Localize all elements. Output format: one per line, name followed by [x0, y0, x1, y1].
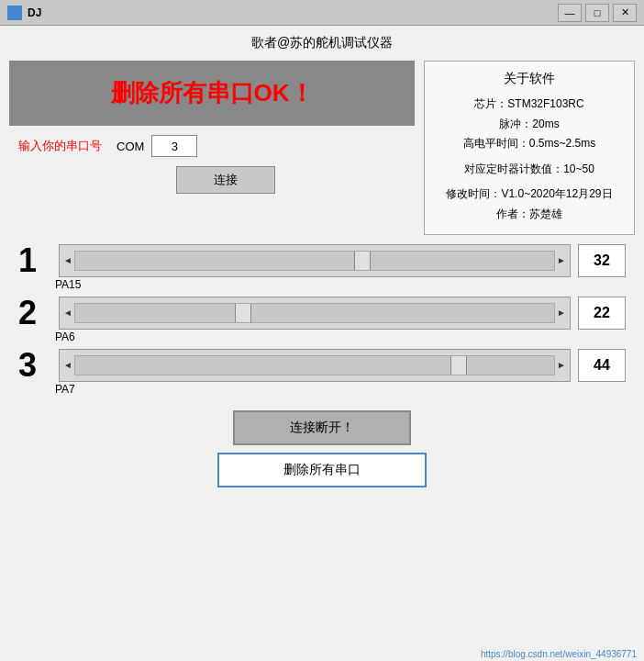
- maximize-button[interactable]: □: [585, 4, 609, 22]
- channel-3-wrapper: 3 ◄ ► 44 PA7: [18, 349, 626, 396]
- channel-3-value: 44: [594, 357, 610, 374]
- channel-1-right-arrow[interactable]: ►: [555, 255, 568, 265]
- about-title: 关于软件: [434, 71, 625, 87]
- channel-2-left-arrow[interactable]: ◄: [61, 308, 74, 318]
- com-text: COM: [117, 140, 144, 153]
- delete-all-button[interactable]: 删除所有串口: [217, 453, 427, 487]
- channel-1-label: 1: [18, 244, 55, 277]
- channel-2-value: 22: [594, 305, 610, 321]
- channel-2-fill: [74, 303, 555, 323]
- about-high-level: 高电平时间：0.5ms~2.5ms: [434, 134, 625, 154]
- delete-notice-box: 删除所有串口OK！: [9, 61, 415, 126]
- top-section: 删除所有串口OK！ 输入你的串口号 COM 3 连接 关于软件 芯片：STM32…: [9, 61, 635, 235]
- channel-2-row: 2 ◄ ► 22: [18, 297, 626, 330]
- channel-1-value-box: 32: [578, 244, 626, 277]
- channel-3-pin: PA7: [55, 383, 75, 396]
- app-name: DJ: [28, 6, 41, 19]
- title-bar-left: DJ: [7, 6, 41, 20]
- channel-1-pin: PA15: [55, 278, 81, 291]
- channel-2-right-arrow[interactable]: ►: [555, 308, 568, 318]
- about-author: 作者：苏楚雄: [434, 205, 625, 225]
- about-version: 修改时间：V1.0~2020年12月29日: [434, 185, 625, 205]
- close-button[interactable]: ✕: [613, 4, 637, 22]
- delete-notice-text: 删除所有串口OK！: [111, 79, 314, 106]
- channel-2-thumb[interactable]: [235, 304, 251, 322]
- title-bar: DJ — □ ✕: [0, 0, 644, 26]
- window-title: 歌者@苏的舵机调试仪器: [9, 35, 635, 51]
- channel-3-left-arrow[interactable]: ◄: [61, 360, 74, 370]
- com-port-input[interactable]: 3: [151, 135, 197, 157]
- channel-2-pin: PA6: [55, 330, 75, 343]
- channel-1-fill: [74, 251, 555, 271]
- com-row: 输入你的串口号 COM 3: [9, 135, 415, 157]
- channel-2-number: 2: [18, 297, 37, 330]
- app-icon: [7, 6, 22, 20]
- com-port-label: 输入你的串口号: [18, 138, 102, 154]
- about-timer-count: 对应定时器计数值：10~50: [434, 160, 625, 180]
- channel-1-row: 1 ◄ ► 32: [18, 244, 626, 277]
- connect-button[interactable]: 连接: [176, 166, 275, 194]
- channel-3-thumb[interactable]: [450, 356, 467, 375]
- channel-3-number: 3: [18, 349, 37, 382]
- about-chip: 芯片：STM32F103RC: [434, 95, 625, 115]
- channel-3-fill: [74, 355, 555, 375]
- about-panel: 关于软件 芯片：STM32F103RC 脉冲：20ms 高电平时间：0.5ms~…: [424, 61, 635, 235]
- about-content: 芯片：STM32F103RC 脉冲：20ms 高电平时间：0.5ms~2.5ms…: [434, 95, 625, 225]
- channel-2-label: 2: [18, 297, 55, 330]
- channel-1-left-arrow[interactable]: ◄: [61, 255, 74, 265]
- disconnect-button[interactable]: 连接断开！: [233, 410, 411, 445]
- channel-3-row: 3 ◄ ► 44: [18, 349, 626, 382]
- channel-1-slider-track[interactable]: ◄ ►: [59, 244, 571, 277]
- watermark: https://blog.csdn.net/weixin_44936771: [481, 649, 637, 659]
- channel-1-thumb[interactable]: [354, 252, 371, 270]
- channel-1-number: 1: [18, 244, 37, 277]
- channel-1-wrapper: 1 ◄ ► 32 PA15: [18, 244, 626, 291]
- about-pulse: 脉冲：20ms: [434, 115, 625, 135]
- channel-2-wrapper: 2 ◄ ► 22 PA6: [18, 297, 626, 343]
- title-bar-controls: — □ ✕: [558, 4, 637, 22]
- main-window: 歌者@苏的舵机调试仪器 删除所有串口OK！ 输入你的串口号 COM 3 连接 关…: [0, 26, 644, 661]
- minimize-button[interactable]: —: [558, 4, 582, 22]
- bottom-buttons: 连接断开！ 删除所有串口: [9, 410, 635, 487]
- channel-3-right-arrow[interactable]: ►: [555, 360, 568, 370]
- channels-area: 1 ◄ ► 32 PA15 2: [9, 244, 635, 396]
- channel-3-slider-track[interactable]: ◄ ►: [59, 349, 571, 382]
- channel-3-label: 3: [18, 349, 55, 382]
- channel-2-value-box: 22: [578, 297, 626, 330]
- channel-3-value-box: 44: [578, 349, 626, 382]
- left-panel: 删除所有串口OK！ 输入你的串口号 COM 3 连接: [9, 61, 415, 235]
- channel-1-value: 32: [594, 252, 610, 269]
- channel-2-slider-track[interactable]: ◄ ►: [59, 297, 571, 330]
